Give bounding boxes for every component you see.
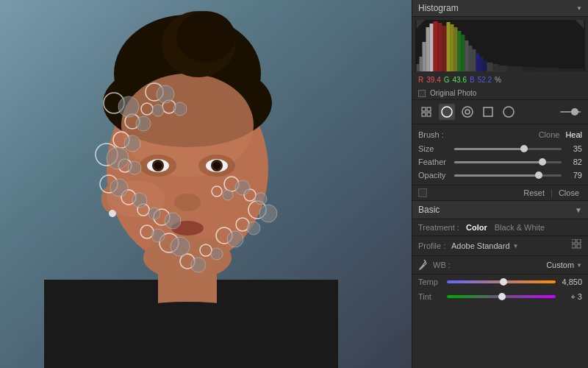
- stat-g-value: 43.6: [452, 76, 466, 84]
- svg-rect-92: [499, 66, 508, 71]
- brush-type-row: Brush : Clone Heal: [418, 127, 582, 142]
- reset-close-row: Reset | Close: [412, 185, 588, 201]
- close-button[interactable]: Close: [556, 188, 582, 197]
- svg-rect-76: [434, 21, 438, 71]
- svg-rect-97: [422, 107, 426, 111]
- histogram-canvas: [415, 20, 585, 71]
- svg-rect-87: [476, 53, 480, 71]
- svg-marker-70: [576, 20, 584, 29]
- svg-rect-109: [577, 239, 581, 243]
- clone-option[interactable]: Clone: [539, 130, 560, 139]
- svg-rect-85: [469, 46, 473, 71]
- svg-rect-98: [427, 107, 431, 111]
- eyedropper-icon[interactable]: [418, 259, 429, 271]
- opacity-slider-track[interactable]: [454, 174, 562, 177]
- svg-point-107: [571, 108, 578, 116]
- size-label: Size: [418, 144, 451, 153]
- svg-rect-91: [493, 64, 499, 71]
- stat-r-label: R: [418, 76, 423, 84]
- svg-point-105: [503, 107, 514, 117]
- tint-slider[interactable]: [447, 295, 556, 298]
- svg-rect-99: [422, 113, 426, 116]
- svg-point-23: [176, 11, 235, 63]
- svg-rect-100: [427, 113, 431, 116]
- reset-button[interactable]: Reset: [520, 188, 548, 197]
- redeye-tool-icon[interactable]: [459, 104, 476, 120]
- profile-browse-icon[interactable]: [572, 239, 582, 250]
- tint-value: + 3: [559, 292, 582, 301]
- basic-title: Basic: [418, 205, 440, 215]
- opacity-slider-row: Opacity 79: [418, 169, 582, 182]
- stat-b-label: B: [470, 76, 475, 84]
- treatment-label: Treatment :: [418, 223, 466, 232]
- radial-filter-icon[interactable]: [501, 104, 517, 120]
- svg-rect-104: [484, 107, 492, 116]
- spot-removal-tool-icon[interactable]: [439, 104, 455, 120]
- svg-point-102: [462, 107, 473, 117]
- svg-point-103: [465, 110, 470, 114]
- size-slider-row: Size 35: [418, 142, 582, 155]
- profile-value: Adobe Standard: [451, 241, 510, 250]
- svg-rect-78: [442, 26, 447, 71]
- basic-section-header: Basic ▼: [412, 201, 588, 219]
- svg-point-21: [107, 180, 165, 217]
- svg-rect-71: [417, 64, 420, 71]
- svg-rect-77: [438, 23, 442, 71]
- svg-point-17: [171, 221, 204, 236]
- temp-value: 4,850: [559, 277, 582, 286]
- svg-rect-110: [572, 244, 576, 248]
- tint-row: Tint + 3: [412, 289, 588, 304]
- wb-label: WB :: [433, 261, 451, 269]
- svg-rect-79: [447, 22, 451, 71]
- svg-rect-86: [473, 49, 476, 71]
- stat-g-label: G: [444, 76, 450, 84]
- original-photo-label: Original Photo: [430, 89, 476, 97]
- tint-label: Tint: [418, 292, 444, 301]
- temp-row: Temp 4,850: [412, 275, 588, 289]
- opacity-value: 79: [564, 171, 582, 180]
- svg-rect-89: [484, 60, 487, 71]
- crop-tool-icon[interactable]: [418, 104, 434, 120]
- spot-visibility-checkbox[interactable]: [418, 188, 427, 197]
- svg-rect-96: [559, 68, 584, 71]
- right-panel: Histogram ▼: [412, 0, 588, 368]
- size-slider-track[interactable]: [454, 148, 562, 150]
- temp-slider[interactable]: [447, 280, 556, 283]
- color-option[interactable]: Color: [466, 223, 487, 232]
- svg-rect-80: [451, 24, 454, 71]
- svg-point-15: [213, 162, 220, 169]
- svg-rect-94: [523, 67, 537, 71]
- feather-slider-track[interactable]: [454, 161, 562, 163]
- wb-row: WB : Custom ▼: [412, 256, 588, 275]
- size-value: 35: [564, 144, 582, 153]
- tool-icons-row: [412, 99, 588, 124]
- treatment-row: Treatment : Color Black & White: [412, 219, 588, 236]
- main-photo-area: [0, 0, 412, 368]
- profile-dropdown-arrow: ▼: [513, 243, 519, 250]
- graduated-filter-icon[interactable]: [480, 104, 496, 120]
- profile-label: Profile :: [418, 241, 451, 250]
- histogram-stats: R 39.4 G 43.6 B 52.2 %: [412, 74, 588, 87]
- svg-point-12: [154, 162, 162, 169]
- basic-collapse-icon[interactable]: ▼: [575, 206, 582, 214]
- feather-slider-row: Feather 82: [418, 155, 582, 169]
- wb-dropdown-arrow[interactable]: ▼: [576, 262, 582, 269]
- original-photo-row: Original Photo: [412, 87, 588, 99]
- svg-rect-108: [572, 239, 576, 243]
- stat-b-value: 52.2: [478, 76, 492, 84]
- photo-canvas: [0, 0, 412, 368]
- svg-rect-82: [458, 31, 462, 71]
- profile-dropdown[interactable]: Adobe Standard ▼: [451, 241, 518, 250]
- histogram-header: Histogram ▼: [412, 0, 588, 17]
- histogram-title: Histogram: [418, 3, 459, 13]
- feather-label: Feather: [418, 158, 451, 166]
- wb-value: Custom ▼: [546, 261, 582, 269]
- histogram-collapse-icon[interactable]: ▼: [576, 5, 582, 12]
- adjustment-brush-icon[interactable]: [521, 104, 582, 120]
- temp-label: Temp: [418, 277, 444, 286]
- svg-rect-90: [487, 63, 493, 71]
- heal-option[interactable]: Heal: [565, 130, 582, 139]
- stat-pct: %: [495, 76, 501, 84]
- bw-option[interactable]: Black & White: [495, 223, 545, 232]
- original-photo-checkbox[interactable]: [418, 90, 426, 97]
